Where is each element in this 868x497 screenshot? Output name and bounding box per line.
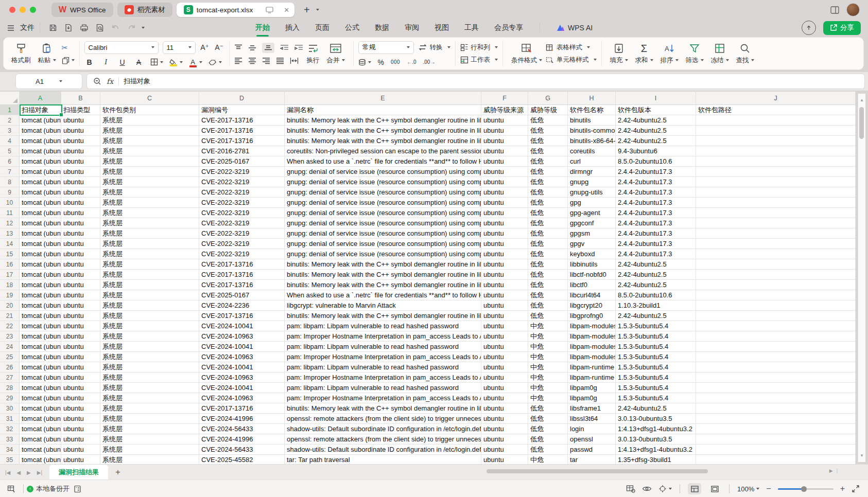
cell-threat-level[interactable]: 低危 (528, 424, 568, 434)
cell-threat-level[interactable]: 中危 (528, 393, 568, 403)
cell-vuln-name[interactable]: gnupg: denial of service issue (resource… (285, 249, 481, 259)
cell-pkg-category[interactable]: 系统层 (100, 393, 199, 403)
cell-scan-target[interactable]: tomcat (ubuntu (20, 136, 61, 146)
screen-share-icon[interactable] (266, 7, 273, 13)
cell-pkg-category[interactable]: 系统层 (100, 331, 199, 342)
cell-threat-level[interactable]: 中危 (528, 352, 568, 362)
cell-scan-type[interactable]: ubuntu (61, 239, 100, 249)
table-style-button[interactable]: 表格样式 (546, 43, 597, 52)
cell-threat-source[interactable]: ubuntu (481, 424, 528, 434)
cell-pkg-path[interactable] (696, 115, 856, 126)
cell-pkg-path[interactable] (696, 208, 856, 218)
cell-pkg-name[interactable]: gnupg-utils (568, 187, 616, 198)
cell-pkg-name[interactable]: dirmngr (568, 167, 616, 177)
zoom-formula-icon[interactable] (93, 77, 101, 85)
cell-pkg-name[interactable]: login (568, 424, 616, 434)
row-number[interactable]: 30 (0, 403, 20, 414)
cell-cve-id[interactable]: CVE-2017-13716 (199, 311, 285, 321)
cell-scan-type[interactable]: ubuntu (61, 403, 100, 414)
row-number[interactable]: 31 (0, 414, 20, 424)
cell-pkg-category[interactable]: 系统层 (100, 126, 199, 136)
cell-threat-level[interactable]: 低危 (528, 239, 568, 249)
cell-pkg-name[interactable]: libpam-runtime (568, 372, 616, 383)
row-number[interactable]: 27 (0, 372, 20, 383)
cell-scan-type[interactable]: ubuntu (61, 290, 100, 300)
cell-pkg-name[interactable]: libpam0g (568, 393, 616, 403)
cell-scan-type[interactable]: ubuntu (61, 270, 100, 280)
upload-cloud-icon[interactable] (802, 21, 816, 35)
cell-threat-source[interactable]: ubuntu (481, 218, 528, 228)
cell-pkg-path[interactable] (696, 270, 856, 280)
cell-threat-level[interactable]: 低危 (528, 259, 568, 270)
row-number[interactable]: 17 (0, 270, 20, 280)
zoom-level[interactable]: 100% (737, 485, 759, 493)
cell-scan-target[interactable]: tomcat (ubuntu (20, 115, 61, 126)
cell-scan-target[interactable]: tomcat (ubuntu (20, 228, 61, 239)
column-header-h[interactable]: H (568, 92, 616, 105)
cell-b1[interactable]: 扫描类型 (61, 105, 100, 115)
cell-pkg-path[interactable] (696, 342, 856, 352)
cell-threat-source[interactable]: ubuntu (481, 434, 528, 445)
cell-threat-level[interactable]: 低危 (528, 434, 568, 445)
tab-tools[interactable]: 工具 (464, 22, 479, 33)
horizontal-scroll-thumb[interactable] (487, 469, 708, 473)
cell-scan-type[interactable]: ubuntu (61, 218, 100, 228)
cell-scan-type[interactable]: ubuntu (61, 342, 100, 352)
cell-pkg-path[interactable] (696, 414, 856, 424)
cell-pkg-category[interactable]: 系统层 (100, 434, 199, 445)
cell-pkg-category[interactable]: 系统层 (100, 228, 199, 239)
cell-pkg-name[interactable]: gpg-agent (568, 208, 616, 218)
cell-threat-level[interactable]: 低危 (528, 445, 568, 455)
row-number[interactable]: 1 (0, 105, 20, 115)
cell-vuln-name[interactable]: gnupg: denial of service issue (resource… (285, 167, 481, 177)
cell-scan-type[interactable]: ubuntu (61, 414, 100, 424)
cell-pkg-category[interactable]: 系统层 (100, 414, 199, 424)
cell-threat-source[interactable]: ubuntu (481, 383, 528, 393)
row-number[interactable]: 33 (0, 434, 20, 445)
normal-view-button[interactable] (688, 483, 701, 494)
fill-color-button[interactable] (169, 59, 183, 65)
cell-vuln-name[interactable]: gnupg: denial of service issue (resource… (285, 239, 481, 249)
cell-pkg-path[interactable] (696, 177, 856, 187)
cell-threat-source[interactable]: ubuntu (481, 167, 528, 177)
cell-pkg-version[interactable]: 1.5.3-5ubuntu5.4 (616, 383, 696, 393)
row-number[interactable]: 32 (0, 424, 20, 434)
close-tab-icon[interactable]: ✕ (284, 6, 289, 14)
column-header-a[interactable]: A (20, 92, 61, 105)
cell-pkg-version[interactable]: 2.42-4ubuntu2.5 (616, 259, 696, 270)
cut-button[interactable]: ✂ (62, 43, 68, 52)
cell-threat-level[interactable]: 中危 (528, 342, 568, 352)
cell-scan-target[interactable]: tomcat (ubuntu (20, 342, 61, 352)
worksheet-button[interactable]: 工作表 (460, 56, 498, 64)
cell-pkg-category[interactable]: 系统层 (100, 352, 199, 362)
cell-pkg-version[interactable]: 1.5.3-5ubuntu5.4 (616, 342, 696, 352)
row-number[interactable]: 24 (0, 342, 20, 352)
cell-threat-level[interactable]: 低危 (528, 280, 568, 290)
row-number[interactable]: 18 (0, 280, 20, 290)
cell-pkg-path[interactable] (696, 146, 856, 156)
cell-pkg-version[interactable]: 8.5.0-2ubuntu10.6 (616, 156, 696, 167)
freeze-button[interactable]: 冻结 (707, 43, 733, 65)
cell-cve-id[interactable]: CVE-2024-10963 (199, 372, 285, 383)
cell-pkg-path[interactable] (696, 403, 856, 414)
cell-cve-id[interactable]: CVE-2024-56433 (199, 445, 285, 455)
cell-pkg-version[interactable]: 2.42-4ubuntu2.5 (616, 311, 696, 321)
cell-pkg-category[interactable]: 系统层 (100, 218, 199, 228)
cell-vuln-name[interactable]: binutils: Memory leak with the C++ symbo… (285, 126, 481, 136)
tab-formula[interactable]: 公式 (345, 22, 359, 33)
cell-pkg-name[interactable]: libgprofng0 (568, 311, 616, 321)
justify-icon[interactable] (276, 57, 284, 64)
row-number[interactable]: 8 (0, 177, 20, 187)
cell-vuln-name[interactable]: coreutils: Non-privileged session can es… (285, 146, 481, 156)
bold-button[interactable]: B (84, 58, 95, 66)
row-number[interactable]: 7 (0, 167, 20, 177)
align-center-icon[interactable] (248, 57, 256, 64)
cell-h1[interactable]: 软件包名称 (568, 105, 616, 115)
sort-button[interactable]: A 排序 (657, 43, 682, 65)
cell-threat-source[interactable]: ubuntu (481, 239, 528, 249)
cell-cve-id[interactable]: CVE-2022-3219 (199, 177, 285, 187)
tab-review[interactable]: 审阅 (405, 22, 419, 33)
column-header-e[interactable]: E (285, 92, 481, 105)
cell-cve-id[interactable]: CVE-2024-56433 (199, 424, 285, 434)
cell-pkg-path[interactable] (696, 383, 856, 393)
